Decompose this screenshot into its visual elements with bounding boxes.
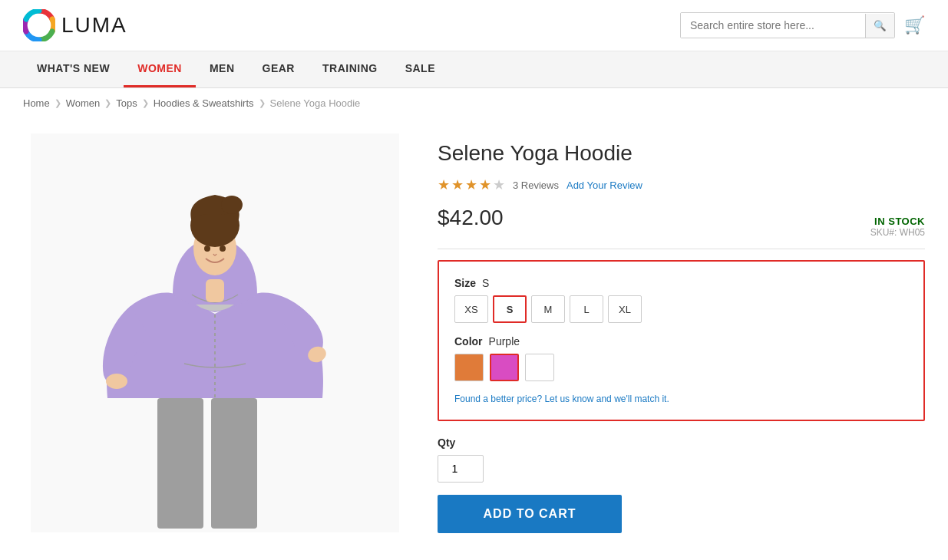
- color-option: Color Purple: [454, 335, 908, 381]
- color-swatches: [454, 354, 908, 381]
- nav-item-whats-new[interactable]: What's New: [23, 51, 124, 87]
- color-label: Color Purple: [454, 335, 908, 348]
- nav-link-sale[interactable]: Sale: [391, 51, 449, 85]
- nav-item-training[interactable]: Training: [309, 51, 391, 87]
- main-nav: What's New Women Men Gear Training Sale: [0, 51, 948, 88]
- color-selected-value: Purple: [489, 335, 520, 348]
- nav-item-gear[interactable]: Gear: [249, 51, 309, 87]
- breadcrumb: Home ❯ Women ❯ Tops ❯ Hoodies & Sweatshi…: [0, 88, 948, 118]
- product-image-area: [23, 133, 407, 533]
- star-4: ★: [479, 176, 491, 193]
- product-name: Selene Yoga Hoodie: [438, 141, 925, 166]
- star-1: ★: [438, 176, 450, 193]
- header: LUMA 🔍 🛒: [0, 0, 948, 51]
- rating-row: ★ ★ ★ ★ ★ 3 Reviews Add Your Review: [438, 176, 925, 193]
- size-option: Size S XS S M L XL: [454, 277, 908, 323]
- sku-value: WH05: [900, 227, 925, 238]
- color-swatch-purple[interactable]: [490, 354, 519, 381]
- qty-row: Qty: [438, 436, 925, 483]
- qty-label: Qty: [438, 436, 925, 449]
- price-match-link[interactable]: Found a better price? Let us know and we…: [454, 394, 669, 404]
- breadcrumb-women[interactable]: Women: [66, 97, 101, 109]
- product-page: Selene Yoga Hoodie ★ ★ ★ ★ ★ 3 Reviews A…: [0, 118, 948, 548]
- nav-link-men[interactable]: Men: [196, 51, 249, 85]
- color-label-text: Color: [454, 335, 483, 348]
- in-stock-badge: IN STOCK: [870, 216, 925, 227]
- search-box: 🔍: [680, 12, 895, 38]
- size-btn-xl[interactable]: XL: [608, 295, 642, 323]
- product-details: Selene Yoga Hoodie ★ ★ ★ ★ ★ 3 Reviews A…: [438, 133, 925, 533]
- shopping-cart-icon: 🛒: [904, 15, 925, 35]
- star-rating: ★ ★ ★ ★ ★: [438, 176, 505, 193]
- product-image-svg: [38, 137, 391, 529]
- options-box: Size S XS S M L XL Color Purple: [438, 260, 925, 421]
- svg-rect-12: [206, 279, 224, 302]
- breadcrumb-tops[interactable]: Tops: [116, 97, 137, 109]
- size-btn-l[interactable]: L: [570, 295, 603, 323]
- star-3: ★: [465, 176, 477, 193]
- cart-icon[interactable]: 🛒: [904, 15, 925, 35]
- svg-point-10: [106, 374, 127, 389]
- search-button[interactable]: 🔍: [865, 14, 894, 38]
- price-match-text: Found a better price? Let us know and we…: [454, 394, 908, 404]
- size-label-text: Size: [454, 277, 476, 289]
- svg-rect-3: [211, 398, 257, 529]
- nav-link-whats-new[interactable]: What's New: [23, 51, 124, 85]
- breadcrumb-current: Selene Yoga Hoodie: [270, 97, 361, 109]
- reviews-count: 3 Reviews: [513, 180, 559, 191]
- svg-point-8: [204, 245, 210, 252]
- logo[interactable]: LUMA: [23, 9, 127, 41]
- size-btn-xs[interactable]: XS: [454, 295, 488, 323]
- color-swatch-white[interactable]: [525, 354, 554, 381]
- nav-item-women[interactable]: Women: [124, 51, 196, 87]
- nav-link-gear[interactable]: Gear: [249, 51, 309, 85]
- size-selected-value: S: [482, 277, 489, 289]
- product-image: [31, 133, 399, 532]
- breadcrumb-sep-4: ❯: [259, 98, 266, 108]
- nav-link-women[interactable]: Women: [124, 51, 196, 87]
- stock-info: IN STOCK SKU#: WH05: [870, 216, 925, 238]
- size-buttons: XS S M L XL: [454, 295, 908, 323]
- size-label: Size S: [454, 277, 908, 289]
- add-review-link[interactable]: Add Your Review: [566, 180, 642, 191]
- qty-input[interactable]: [438, 455, 484, 483]
- star-2: ★: [451, 176, 464, 193]
- nav-item-men[interactable]: Men: [196, 51, 249, 87]
- breadcrumb-sep-2: ❯: [104, 98, 111, 108]
- nav-list: What's New Women Men Gear Training Sale: [0, 51, 948, 87]
- size-btn-s[interactable]: S: [493, 295, 527, 323]
- breadcrumb-sep-1: ❯: [55, 98, 61, 108]
- svg-point-9: [220, 245, 226, 252]
- sku: SKU#: WH05: [870, 227, 925, 238]
- product-price: $42.00: [438, 206, 504, 230]
- logo-text: LUMA: [61, 13, 127, 38]
- logo-icon: [23, 9, 55, 41]
- breadcrumb-home[interactable]: Home: [23, 97, 50, 109]
- star-5: ★: [493, 176, 505, 193]
- breadcrumb-hoodies[interactable]: Hoodies & Sweatshirts: [154, 97, 254, 109]
- divider: [438, 249, 925, 249]
- breadcrumb-sep-3: ❯: [142, 98, 149, 108]
- color-swatch-orange[interactable]: [454, 354, 484, 381]
- search-icon: 🔍: [874, 20, 887, 31]
- nav-link-training[interactable]: Training: [309, 51, 391, 85]
- size-btn-m[interactable]: M: [531, 295, 565, 323]
- svg-rect-2: [157, 398, 203, 529]
- nav-item-sale[interactable]: Sale: [391, 51, 449, 87]
- header-right: 🔍 🛒: [680, 12, 925, 38]
- price-row: $42.00 IN STOCK SKU#: WH05: [438, 206, 925, 238]
- add-to-cart-button[interactable]: Add to Cart: [438, 495, 622, 533]
- search-input[interactable]: [681, 13, 865, 38]
- svg-point-7: [221, 196, 243, 214]
- sku-label: SKU#:: [870, 227, 897, 238]
